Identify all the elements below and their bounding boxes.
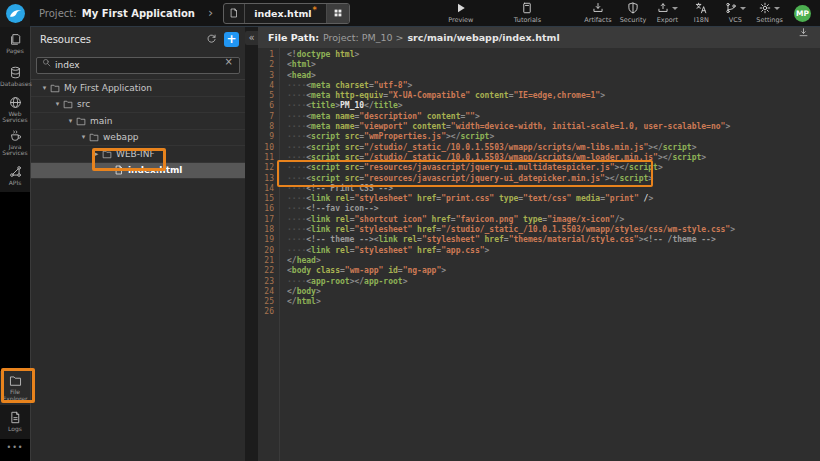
- code-line-23[interactable]: ····<app-root></app-root>: [287, 277, 820, 287]
- tree-closed-arrow-icon[interactable]: ▸: [91, 150, 102, 158]
- line-number: 8: [258, 122, 279, 132]
- code-line-3[interactable]: <head>: [287, 71, 820, 81]
- sidebar-item-apis[interactable]: APIs: [0, 159, 30, 192]
- code-line-22[interactable]: <body class="wm-app" id="ng-app">: [287, 266, 820, 276]
- project-breadcrumb: Project: My First Application: [39, 8, 195, 19]
- i18n-icon: [695, 2, 707, 14]
- sidebar-item-pages[interactable]: Pages: [0, 27, 30, 60]
- line-number: 9: [258, 132, 279, 142]
- code-line-6[interactable]: ····<title>PM_10</title>: [287, 101, 820, 111]
- code-line-7[interactable]: ····<meta name="description" content="">: [287, 112, 820, 122]
- tree-item-my-first-application[interactable]: ▾My First Application: [31, 80, 245, 97]
- artifacts-button[interactable]: Artifacts: [584, 2, 611, 24]
- code-line-11[interactable]: ····<script src="/studio/_static_/10.0.1…: [287, 153, 820, 163]
- line-number: 21: [258, 256, 279, 266]
- sidebar-item-label: APIs: [0, 180, 30, 187]
- vcs-icon: [725, 2, 746, 14]
- tree-item-web-inf[interactable]: ▸WEB-INF: [31, 146, 245, 163]
- folder-icon: [50, 83, 60, 93]
- code-line-21[interactable]: </head>: [287, 256, 820, 266]
- code-line-2[interactable]: <html>: [287, 60, 820, 70]
- tutorials-button[interactable]: Tutorials: [514, 2, 541, 24]
- vcs-button[interactable]: VCS: [722, 2, 748, 24]
- sidebar-item-logs[interactable]: Logs: [0, 405, 30, 439]
- security-button[interactable]: Security: [620, 2, 647, 24]
- code-line-16[interactable]: ····<!--fav icon-->: [287, 204, 820, 214]
- code-line-15[interactable]: ····<link rel="stylesheet" href="print.c…: [287, 194, 820, 204]
- code-line-18[interactable]: ····<link rel="stylesheet" href="/studio…: [287, 225, 820, 235]
- user-avatar[interactable]: MP: [794, 5, 811, 22]
- sidebar-item-databases[interactable]: Databases: [0, 60, 30, 93]
- code-line-5[interactable]: ····<meta http-equiv="X-UA-Compatible" c…: [287, 91, 820, 101]
- code-line-24[interactable]: </body>: [287, 287, 820, 297]
- tutorials-icon: [521, 2, 533, 14]
- code-line-26[interactable]: [287, 307, 820, 317]
- code-line-8[interactable]: ····<meta name="viewport" content="width…: [287, 122, 820, 132]
- line-number: 13: [258, 174, 279, 184]
- tree-open-arrow-icon[interactable]: ▾: [52, 100, 63, 108]
- vcs-label: VCS: [729, 16, 742, 24]
- collapse-panel-icon[interactable]: «: [245, 31, 258, 45]
- code-line-17[interactable]: ····<link rel="shortcut icon" href="favi…: [287, 215, 820, 225]
- code-area[interactable]: <!doctype html><html><head>····<meta cha…: [280, 48, 820, 461]
- i18n-button[interactable]: I18N: [688, 2, 714, 24]
- settings-button[interactable]: Settings: [756, 2, 783, 24]
- sidebar-item-label: Logs: [0, 426, 30, 433]
- add-resource-button[interactable]: +: [224, 32, 239, 47]
- code-line-19[interactable]: ····<!-- theme --><link rel="stylesheet"…: [287, 235, 820, 245]
- code-line-14[interactable]: ····<!-- Print CSS -->: [287, 184, 820, 194]
- file-tree: ▾My First Application▾src▾main▾webapp▸WE…: [31, 79, 245, 179]
- folder-icon: [89, 132, 99, 142]
- more-icon[interactable]: •••: [0, 439, 30, 461]
- line-number: 16: [258, 204, 279, 214]
- folder-icon: [9, 374, 22, 387]
- shield-icon: [627, 2, 639, 14]
- code-line-4[interactable]: ····<meta charset="utf-8">: [287, 81, 820, 91]
- code-line-9[interactable]: ····<script src="wmProperties.js"></scri…: [287, 132, 820, 142]
- code-line-12[interactable]: ····<script src="resources/javascript/jq…: [287, 163, 820, 173]
- tree-open-arrow-icon[interactable]: ▾: [78, 133, 89, 141]
- code-editor[interactable]: 1234567891011121314151617181920212223242…: [258, 48, 820, 461]
- file-path-project: Project: PM_10 >: [323, 32, 403, 43]
- project-label: Project:: [39, 8, 77, 19]
- sidebar-item-java-services[interactable]: Java Services: [0, 126, 30, 159]
- export-label: Export: [657, 16, 678, 24]
- folder-icon: [76, 116, 86, 126]
- sidebar-item-file-explorer[interactable]: File Explorer: [0, 371, 30, 405]
- code-line-10[interactable]: ····<script src="/studio/_static_/10.0.1…: [287, 143, 820, 153]
- panel-splitter[interactable]: «: [245, 27, 258, 461]
- artifacts-icon: [592, 2, 604, 14]
- tree-item-index-html[interactable]: index.html: [31, 163, 245, 180]
- code-line-13[interactable]: ····<script src="resources/javascript/jq…: [287, 174, 820, 184]
- line-number: 2: [258, 60, 279, 70]
- export-button[interactable]: Export: [654, 2, 680, 24]
- code-line-20[interactable]: ····<link rel="stylesheet" href="app.css…: [287, 246, 820, 256]
- code-line-1[interactable]: <!doctype html>: [287, 50, 820, 60]
- code-line-25[interactable]: </html>: [287, 297, 820, 307]
- line-number: 18: [258, 225, 279, 235]
- tree-item-main[interactable]: ▾main: [31, 113, 245, 130]
- file-path-value: src/main/webapp/index.html: [407, 32, 559, 43]
- search-input[interactable]: [36, 57, 240, 74]
- refresh-icon[interactable]: [206, 34, 217, 45]
- sidebar-item-web-services[interactable]: Web Services: [0, 93, 30, 126]
- file-path-bar: File Path: Project: PM_10 > src/main/web…: [258, 27, 820, 48]
- tutorials-label: Tutorials: [514, 16, 541, 24]
- line-number: 7: [258, 112, 279, 122]
- grid-icon[interactable]: [326, 4, 349, 23]
- tab-index-html[interactable]: index.html*: [223, 3, 350, 24]
- preview-button[interactable]: Preview: [448, 2, 474, 24]
- line-number: 5: [258, 91, 279, 101]
- tree-item-src[interactable]: ▾src: [31, 97, 245, 114]
- play-icon: [455, 2, 467, 14]
- tree-item-webapp[interactable]: ▾webapp: [31, 130, 245, 147]
- globe-icon: [9, 96, 22, 109]
- left-rail: PagesDatabasesWeb ServicesJava ServicesA…: [0, 27, 30, 461]
- tree-open-arrow-icon[interactable]: ▾: [39, 84, 50, 92]
- tree-open-arrow-icon[interactable]: ▾: [65, 117, 76, 125]
- download-icon[interactable]: [798, 27, 810, 38]
- search-icon: [42, 58, 51, 67]
- clear-search-icon[interactable]: ×: [225, 56, 233, 68]
- line-number-gutter: 1234567891011121314151617181920212223242…: [258, 48, 280, 461]
- wavemaker-logo[interactable]: [0, 0, 30, 27]
